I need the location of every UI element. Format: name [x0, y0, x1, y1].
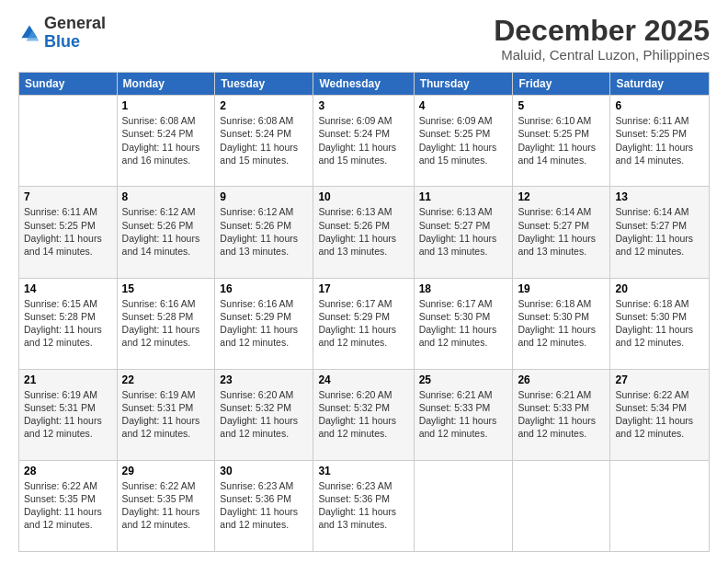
day-info: Sunrise: 6:18 AMSunset: 5:30 PMDaylight:… [615, 297, 704, 350]
day-number: 13 [615, 190, 704, 203]
calendar-cell: 15Sunrise: 6:16 AMSunset: 5:28 PMDayligh… [117, 278, 215, 369]
calendar-cell: 8Sunrise: 6:12 AMSunset: 5:26 PMDaylight… [117, 187, 215, 278]
day-header-tuesday: Tuesday [215, 73, 313, 96]
day-number: 23 [220, 373, 308, 386]
calendar-cell: 2Sunrise: 6:08 AMSunset: 5:24 PMDaylight… [215, 96, 313, 187]
calendar-cell: 28Sunrise: 6:22 AMSunset: 5:35 PMDayligh… [19, 460, 118, 551]
calendar-cell: 7Sunrise: 6:11 AMSunset: 5:25 PMDaylight… [19, 187, 118, 278]
day-info: Sunrise: 6:17 AMSunset: 5:30 PMDaylight:… [419, 297, 508, 350]
day-info: Sunrise: 6:22 AMSunset: 5:35 PMDaylight:… [122, 479, 210, 532]
day-header-sunday: Sunday [19, 73, 118, 96]
calendar-week-row: 21Sunrise: 6:19 AMSunset: 5:31 PMDayligh… [19, 369, 710, 460]
logo-text: General Blue [44, 15, 106, 52]
day-number: 22 [122, 373, 210, 386]
day-number: 7 [24, 190, 112, 203]
day-number: 27 [615, 373, 704, 386]
calendar-cell: 30Sunrise: 6:23 AMSunset: 5:36 PMDayligh… [215, 460, 313, 551]
calendar-cell: 6Sunrise: 6:11 AMSunset: 5:25 PMDaylight… [610, 96, 710, 187]
calendar-cell: 31Sunrise: 6:23 AMSunset: 5:36 PMDayligh… [313, 460, 414, 551]
calendar-cell: 26Sunrise: 6:21 AMSunset: 5:33 PMDayligh… [513, 369, 610, 460]
calendar-header-row: SundayMondayTuesdayWednesdayThursdayFrid… [19, 73, 710, 96]
day-number: 9 [220, 190, 308, 203]
day-info: Sunrise: 6:14 AMSunset: 5:27 PMDaylight:… [518, 205, 605, 258]
calendar-cell [610, 460, 710, 551]
day-info: Sunrise: 6:20 AMSunset: 5:32 PMDaylight:… [220, 388, 308, 441]
day-info: Sunrise: 6:12 AMSunset: 5:26 PMDaylight:… [122, 205, 210, 258]
calendar-week-row: 1Sunrise: 6:08 AMSunset: 5:24 PMDaylight… [19, 96, 710, 187]
day-info: Sunrise: 6:08 AMSunset: 5:24 PMDaylight:… [220, 114, 308, 167]
calendar-cell: 27Sunrise: 6:22 AMSunset: 5:34 PMDayligh… [610, 369, 710, 460]
day-number: 2 [220, 99, 308, 112]
day-number: 12 [518, 190, 605, 203]
day-info: Sunrise: 6:11 AMSunset: 5:25 PMDaylight:… [615, 114, 704, 167]
day-info: Sunrise: 6:13 AMSunset: 5:27 PMDaylight:… [419, 205, 508, 258]
day-info: Sunrise: 6:21 AMSunset: 5:33 PMDaylight:… [419, 388, 508, 441]
calendar-cell: 29Sunrise: 6:22 AMSunset: 5:35 PMDayligh… [117, 460, 215, 551]
day-number: 16 [220, 282, 308, 295]
calendar-cell: 11Sunrise: 6:13 AMSunset: 5:27 PMDayligh… [414, 187, 513, 278]
day-number: 17 [318, 282, 408, 295]
day-header-saturday: Saturday [610, 73, 710, 96]
day-number: 15 [122, 282, 210, 295]
calendar-cell: 5Sunrise: 6:10 AMSunset: 5:25 PMDaylight… [513, 96, 610, 187]
day-info: Sunrise: 6:08 AMSunset: 5:24 PMDaylight:… [122, 114, 210, 167]
month-year: December 2025 [494, 15, 710, 47]
day-number: 24 [318, 373, 408, 386]
day-header-thursday: Thursday [414, 73, 513, 96]
logo-general: General [44, 14, 106, 32]
day-number: 14 [24, 282, 112, 295]
calendar-cell: 25Sunrise: 6:21 AMSunset: 5:33 PMDayligh… [414, 369, 513, 460]
calendar-cell: 1Sunrise: 6:08 AMSunset: 5:24 PMDaylight… [117, 96, 215, 187]
day-number: 21 [24, 373, 112, 386]
day-number: 11 [419, 190, 508, 203]
calendar-cell: 16Sunrise: 6:16 AMSunset: 5:29 PMDayligh… [215, 278, 313, 369]
day-info: Sunrise: 6:19 AMSunset: 5:31 PMDaylight:… [122, 388, 210, 441]
day-header-monday: Monday [117, 73, 215, 96]
day-info: Sunrise: 6:16 AMSunset: 5:29 PMDaylight:… [220, 297, 308, 350]
calendar-cell: 19Sunrise: 6:18 AMSunset: 5:30 PMDayligh… [513, 278, 610, 369]
logo: General Blue [18, 15, 106, 52]
day-info: Sunrise: 6:23 AMSunset: 5:36 PMDaylight:… [220, 479, 308, 532]
day-info: Sunrise: 6:09 AMSunset: 5:24 PMDaylight:… [318, 114, 408, 167]
day-number: 8 [122, 190, 210, 203]
day-number: 25 [419, 373, 508, 386]
day-number: 18 [419, 282, 508, 295]
day-number: 30 [220, 465, 308, 477]
day-info: Sunrise: 6:13 AMSunset: 5:26 PMDaylight:… [318, 205, 408, 258]
day-info: Sunrise: 6:20 AMSunset: 5:32 PMDaylight:… [318, 388, 408, 441]
logo-icon [18, 22, 40, 44]
calendar-week-row: 14Sunrise: 6:15 AMSunset: 5:28 PMDayligh… [19, 278, 710, 369]
day-number: 19 [518, 282, 605, 295]
day-number: 5 [518, 99, 605, 112]
calendar-cell: 9Sunrise: 6:12 AMSunset: 5:26 PMDaylight… [215, 187, 313, 278]
calendar-table: SundayMondayTuesdayWednesdayThursdayFrid… [18, 72, 710, 552]
day-info: Sunrise: 6:23 AMSunset: 5:36 PMDaylight:… [318, 479, 408, 532]
title-block: December 2025 Maluid, Central Luzon, Phi… [494, 15, 710, 63]
calendar-cell [513, 460, 610, 551]
day-number: 28 [24, 465, 112, 477]
calendar-cell: 21Sunrise: 6:19 AMSunset: 5:31 PMDayligh… [19, 369, 118, 460]
day-info: Sunrise: 6:19 AMSunset: 5:31 PMDaylight:… [24, 388, 112, 441]
day-number: 10 [318, 190, 408, 203]
calendar-cell: 23Sunrise: 6:20 AMSunset: 5:32 PMDayligh… [215, 369, 313, 460]
day-info: Sunrise: 6:11 AMSunset: 5:25 PMDaylight:… [24, 205, 112, 258]
location: Maluid, Central Luzon, Philippines [494, 47, 710, 63]
day-number: 26 [518, 373, 605, 386]
day-header-friday: Friday [513, 73, 610, 96]
day-header-wednesday: Wednesday [313, 73, 414, 96]
calendar-cell: 3Sunrise: 6:09 AMSunset: 5:24 PMDaylight… [313, 96, 414, 187]
day-number: 29 [122, 465, 210, 477]
calendar-cell: 24Sunrise: 6:20 AMSunset: 5:32 PMDayligh… [313, 369, 414, 460]
calendar-cell: 17Sunrise: 6:17 AMSunset: 5:29 PMDayligh… [313, 278, 414, 369]
day-number: 6 [615, 99, 704, 112]
day-info: Sunrise: 6:18 AMSunset: 5:30 PMDaylight:… [518, 297, 605, 350]
day-number: 3 [318, 99, 408, 112]
day-info: Sunrise: 6:14 AMSunset: 5:27 PMDaylight:… [615, 205, 704, 258]
calendar-cell: 10Sunrise: 6:13 AMSunset: 5:26 PMDayligh… [313, 187, 414, 278]
day-info: Sunrise: 6:10 AMSunset: 5:25 PMDaylight:… [518, 114, 605, 167]
calendar-cell: 13Sunrise: 6:14 AMSunset: 5:27 PMDayligh… [610, 187, 710, 278]
calendar-cell: 14Sunrise: 6:15 AMSunset: 5:28 PMDayligh… [19, 278, 118, 369]
calendar-cell: 12Sunrise: 6:14 AMSunset: 5:27 PMDayligh… [513, 187, 610, 278]
day-info: Sunrise: 6:22 AMSunset: 5:34 PMDaylight:… [615, 388, 704, 441]
calendar-week-row: 7Sunrise: 6:11 AMSunset: 5:25 PMDaylight… [19, 187, 710, 278]
